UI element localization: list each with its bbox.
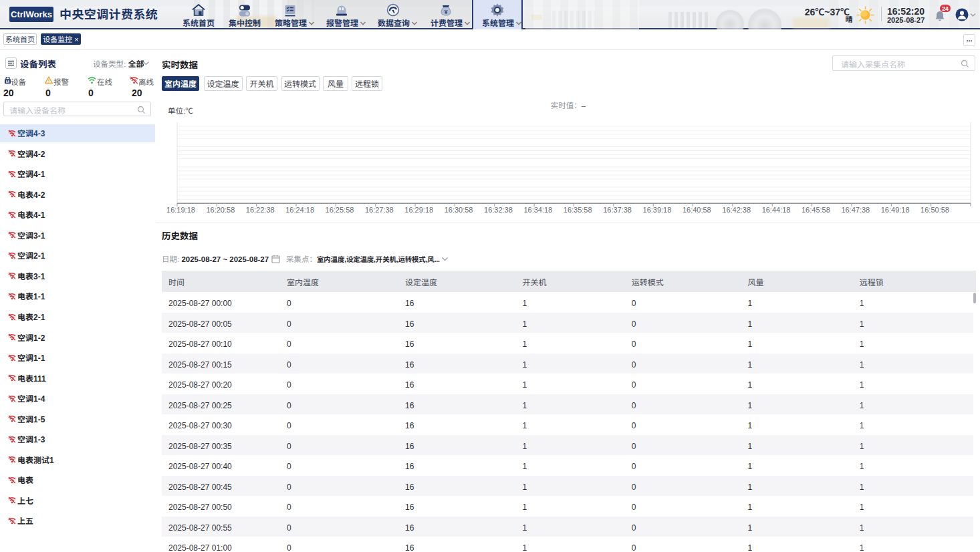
svg-text:16:27:38: 16:27:38 [365, 206, 394, 214]
svg-text:16:49:18: 16:49:18 [881, 206, 910, 214]
svg-text:16:20:58: 16:20:58 [206, 206, 235, 214]
svg-text:16:25:58: 16:25:58 [326, 206, 354, 214]
svg-text:16:30:58: 16:30:58 [445, 206, 473, 214]
svg-text:16:40:58: 16:40:58 [683, 206, 711, 214]
svg-text:16:35:58: 16:35:58 [564, 206, 592, 214]
svg-text:16:32:38: 16:32:38 [484, 206, 513, 214]
svg-text:16:44:18: 16:44:18 [762, 206, 791, 214]
svg-text:16:34:18: 16:34:18 [523, 206, 552, 214]
svg-text:16:37:38: 16:37:38 [603, 206, 632, 214]
svg-text:16:39:18: 16:39:18 [643, 206, 672, 214]
svg-text:16:22:38: 16:22:38 [246, 206, 275, 214]
svg-text:16:24:18: 16:24:18 [285, 206, 314, 214]
svg-text:16:29:18: 16:29:18 [404, 206, 433, 214]
svg-text:16:45:58: 16:45:58 [802, 206, 830, 214]
svg-text:16:42:38: 16:42:38 [722, 206, 751, 214]
svg-text:¥: ¥ [445, 9, 448, 15]
svg-text:16:47:38: 16:47:38 [841, 206, 870, 214]
svg-text:16:19:18: 16:19:18 [166, 206, 195, 214]
svg-text:16:50:58: 16:50:58 [921, 206, 949, 214]
